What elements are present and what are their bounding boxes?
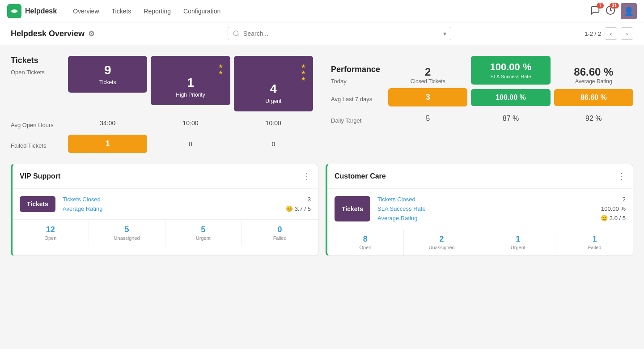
- total-tickets-count: 9: [75, 63, 140, 77]
- clock-icon-badge[interactable]: 31: [606, 5, 615, 17]
- high-priority-count: 1: [158, 76, 223, 90]
- avg7-rating[interactable]: 86.60 %: [554, 89, 633, 106]
- tickets-section: Tickets Open Tickets 9 Tickets ★★ 1 High…: [11, 56, 313, 153]
- nav-right-icons: 7 31 👤: [590, 3, 637, 19]
- main-content: Tickets Open Tickets 9 Tickets ★★ 1 High…: [0, 45, 644, 267]
- prev-page-button[interactable]: ‹: [605, 27, 617, 40]
- vip-urgent-item: 5 Urgent: [165, 220, 242, 246]
- daily-closed: 5: [388, 110, 467, 127]
- today-sla-card: 100.00 % SLA Success Rate: [471, 56, 550, 85]
- today-sla-sub: SLA Success Rate: [475, 74, 547, 79]
- avg7-sla[interactable]: 100.00 %: [471, 89, 550, 106]
- tickets-card-high-priority[interactable]: ★★ 1 High Priority: [151, 56, 230, 105]
- customer-urgent-label: Urgent: [484, 245, 553, 250]
- vip-rating-number: 3.7 / 5: [295, 205, 311, 212]
- daily-rating: 92 %: [554, 110, 633, 127]
- tickets-card-total[interactable]: 9 Tickets: [68, 56, 147, 93]
- urgent-label: Urgent: [241, 98, 306, 104]
- vip-failed-count[interactable]: 0: [245, 225, 314, 234]
- search-input[interactable]: [243, 30, 440, 37]
- logo[interactable]: Helpdesk: [7, 4, 57, 18]
- svg-line-3: [237, 35, 239, 36]
- tickets-title: Tickets: [11, 56, 64, 65]
- tickets-card-urgent[interactable]: ★★★ 4 Urgent: [234, 56, 313, 111]
- customer-sla-val: 100.00 %: [601, 205, 626, 212]
- high-priority-label: High Priority: [158, 92, 223, 98]
- today-closed-num: 2: [388, 66, 467, 78]
- today-closed-tickets: 2 Closed Tickets: [388, 66, 467, 85]
- vip-urgent-count[interactable]: 5: [169, 225, 238, 234]
- nav-overview[interactable]: Overview: [68, 4, 104, 18]
- failed-tickets-label: Failed Tickets: [11, 142, 64, 149]
- settings-gear-icon[interactable]: ⚙: [88, 30, 94, 38]
- customer-unassigned-item: 2 Unassigned: [404, 229, 480, 255]
- vip-support-menu-icon[interactable]: ⋮: [303, 171, 311, 181]
- vip-open-item: 12 Open: [13, 220, 89, 246]
- vip-failed-item: 0 Failed: [242, 220, 318, 246]
- vip-avg-rating-row: Average Rating 😊 3.7 / 5: [63, 205, 311, 212]
- chat-icon-badge[interactable]: 7: [590, 5, 600, 17]
- customer-care-body: Tickets Tickets Closed 2 SLA Success Rat…: [327, 189, 633, 229]
- failed-count-0[interactable]: 1: [68, 135, 147, 153]
- customer-care-header: Customer Care ⋮: [327, 164, 633, 189]
- chat-badge: 7: [597, 3, 604, 9]
- today-rating: 86.60 % Average Rating: [554, 66, 633, 85]
- vip-avg-rating-label[interactable]: Average Rating: [63, 205, 102, 212]
- nav-tickets[interactable]: Tickets: [106, 4, 137, 18]
- customer-tickets-button[interactable]: Tickets: [335, 196, 370, 221]
- customer-smiley-icon: 😐: [601, 215, 608, 221]
- search-bar[interactable]: ▾: [228, 27, 451, 40]
- vip-unassigned-item: 5 Unassigned: [89, 220, 165, 246]
- app-name: Helpdesk: [25, 7, 57, 15]
- customer-care-menu-icon[interactable]: ⋮: [618, 171, 626, 181]
- vip-tickets-closed-row: Tickets Closed 3: [63, 196, 311, 203]
- vip-open-count[interactable]: 12: [16, 225, 85, 234]
- customer-avg-rating-label[interactable]: Average Rating: [377, 215, 417, 221]
- today-sla-num: 100.00 %: [475, 61, 547, 73]
- high-priority-stars: ★★: [158, 63, 223, 76]
- vip-open-label: Open: [16, 235, 85, 241]
- vip-avg-rating-val: 😊 3.7 / 5: [286, 205, 311, 212]
- next-page-button[interactable]: ›: [621, 27, 633, 40]
- closed-tickets-col-label: Closed Tickets: [388, 78, 467, 85]
- top-navigation: Helpdesk Overview Tickets Reporting Conf…: [0, 0, 644, 22]
- svg-point-2: [233, 31, 238, 36]
- customer-urgent-count[interactable]: 1: [484, 234, 553, 244]
- vip-support-header: VIP Support ⋮: [13, 164, 318, 189]
- customer-open-count[interactable]: 8: [331, 234, 400, 244]
- customer-care-card: Customer Care ⋮ Tickets Tickets Closed 2…: [326, 164, 633, 256]
- vip-unassigned-count[interactable]: 5: [93, 225, 161, 234]
- failed-count-1: 0: [151, 136, 230, 152]
- customer-stats: Tickets Closed 2 SLA Success Rate 100.00…: [377, 196, 626, 221]
- user-avatar[interactable]: 👤: [621, 3, 637, 19]
- vip-support-body: Tickets Tickets Closed 3 Average Rating …: [13, 189, 318, 219]
- daily-sla: 87 %: [471, 110, 550, 127]
- avg7-closed[interactable]: 3: [388, 88, 467, 106]
- customer-unassigned-count[interactable]: 2: [407, 234, 476, 244]
- total-tickets-label: Tickets: [75, 79, 140, 85]
- team-cards-grid: VIP Support ⋮ Tickets Tickets Closed 3 A…: [11, 164, 633, 256]
- vip-urgent-label: Urgent: [169, 235, 238, 241]
- customer-urgent-item: 1 Urgent: [480, 229, 557, 255]
- avg-hours-1: 10:00: [151, 115, 230, 131]
- tickets-header-label: Tickets Open Tickets: [11, 56, 64, 76]
- performance-section: Performance Today 2 Closed Tickets 100.0…: [331, 56, 633, 153]
- vip-tickets-closed-val: 3: [308, 196, 311, 203]
- customer-tickets-closed-label[interactable]: Tickets Closed: [377, 196, 415, 203]
- nav-configuration[interactable]: Configuration: [178, 4, 226, 18]
- failed-count-2: 0: [234, 136, 313, 152]
- vip-tickets-closed-label[interactable]: Tickets Closed: [63, 196, 101, 203]
- customer-tickets-closed-val: 2: [623, 196, 626, 203]
- customer-unassigned-label: Unassigned: [407, 245, 476, 250]
- customer-care-title: Customer Care: [335, 172, 386, 180]
- customer-sla-label[interactable]: SLA Success Rate: [377, 205, 426, 212]
- vip-tickets-button[interactable]: Tickets: [20, 196, 55, 212]
- search-icon: [233, 30, 240, 37]
- customer-failed-count[interactable]: 1: [560, 234, 629, 244]
- nav-reporting[interactable]: Reporting: [138, 4, 176, 18]
- vip-support-footer: 12 Open 5 Unassigned 5 Urgent 0 Failed: [13, 219, 318, 246]
- search-dropdown-icon[interactable]: ▾: [443, 30, 446, 37]
- vip-support-title: VIP Support: [20, 172, 60, 180]
- vip-smiley-icon: 😊: [286, 205, 293, 212]
- avg-open-hours-label: Avg Open Hours: [11, 122, 64, 128]
